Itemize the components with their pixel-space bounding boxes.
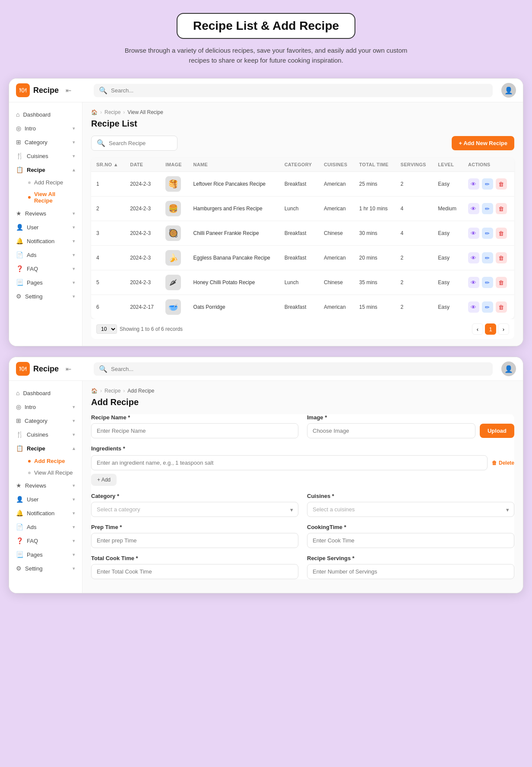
delete-ingredient-button[interactable]: 🗑 Delete: [492, 460, 514, 466]
app-body-2: ⌂ Dashboard ◎ Intro ▾ ⊞ Category ▾ 🍴 Cui…: [9, 381, 523, 593]
sidebar-item-view-all-recipe-2[interactable]: View All Recipe: [21, 467, 82, 479]
category-select-wrapper: Select a category Breakfast Lunch Dinner: [91, 502, 298, 517]
prep-time-label: Prep Time *: [91, 524, 298, 530]
chevron-down-icon-cui2: ▾: [73, 432, 75, 437]
cell-name: Hamburgers and Fries Recipe: [188, 197, 279, 221]
sidebar-item-category-1[interactable]: ⊞ Category ▾: [9, 135, 82, 149]
ingredient-input-1[interactable]: [91, 455, 488, 470]
sidebar-item-setting-2[interactable]: ⚙ Setting ▾: [9, 561, 82, 575]
sidebar-item-notification-1[interactable]: 🔔 Notification ▾: [9, 234, 82, 248]
nav-collapse-btn-1[interactable]: ⇤: [66, 86, 71, 95]
upload-button[interactable]: Upload: [480, 424, 514, 438]
add-ingredient-button[interactable]: + Add: [91, 474, 117, 486]
chevron-down-icon-ads2: ▾: [73, 524, 75, 530]
sidebar-item-user-1[interactable]: 👤 User ▾: [9, 220, 82, 234]
home-icon-1: ⌂: [16, 111, 19, 118]
sidebar-item-pages-2[interactable]: 📃 Pages ▾: [9, 548, 82, 561]
breadcrumb-recipe-2: Recipe: [104, 388, 120, 394]
page-subtitle: Browse through a variety of delicious re…: [115, 46, 417, 65]
category-select[interactable]: Select a category Breakfast Lunch Dinner: [91, 502, 298, 517]
next-page-button[interactable]: ›: [498, 323, 509, 335]
cell-category: Breakfast: [279, 221, 319, 246]
sidebar-item-faq-1[interactable]: ❓ FAQ ▾: [9, 262, 82, 276]
sidebar-item-ads-1[interactable]: 📄 Ads ▾: [9, 248, 82, 262]
sidebar-item-pages-1[interactable]: 📃 Pages ▾: [9, 276, 82, 289]
sidebar-item-category-2[interactable]: ⊞ Category ▾: [9, 414, 82, 428]
dot-icon-view-2: [28, 472, 31, 474]
recipe-thumbnail: 🥞: [165, 176, 181, 192]
delete-recipe-button[interactable]: 🗑: [496, 203, 507, 214]
col-image: IMAGE: [160, 158, 188, 172]
breadcrumb-sep-4: ›: [123, 388, 125, 394]
sidebar-item-recipe-1[interactable]: 📋 Recipe ▴: [9, 163, 82, 177]
sidebar-item-faq-2[interactable]: ❓ FAQ ▾: [9, 534, 82, 548]
chevron-down-icon-notif: ▾: [73, 238, 75, 244]
view-recipe-button[interactable]: 👁: [468, 228, 479, 239]
per-page-select[interactable]: 10 25 50: [96, 324, 117, 334]
sidebar-item-notification-2[interactable]: 🔔 Notification ▾: [9, 506, 82, 520]
search-recipe-input[interactable]: [109, 140, 172, 146]
edit-recipe-button[interactable]: ✏: [482, 277, 493, 288]
cell-actions: 👁 ✏ 🗑: [463, 270, 514, 295]
delete-recipe-button[interactable]: 🗑: [496, 277, 507, 288]
user-avatar-1[interactable]: 👤: [501, 83, 516, 98]
sidebar-item-view-all-recipe-1[interactable]: View All Recipe: [21, 188, 82, 206]
sidebar-item-dashboard-1[interactable]: ⌂ Dashboard: [9, 108, 82, 121]
user-avatar-2[interactable]: 👤: [501, 361, 516, 376]
recipe-search-box[interactable]: 🔍: [91, 136, 177, 151]
cell-level: Medium: [433, 197, 463, 221]
add-new-recipe-button[interactable]: + Add New Recipe: [452, 136, 514, 150]
navbar-search-input-2[interactable]: [111, 366, 488, 372]
cooking-time-input[interactable]: [307, 533, 514, 548]
per-page-selector[interactable]: 10 25 50 Showing 1 to 6 of 6 records: [96, 324, 183, 334]
edit-recipe-button[interactable]: ✏: [482, 203, 493, 214]
sidebar-item-reviews-2[interactable]: ★ Reviews ▾: [9, 479, 82, 492]
sidebar-label-ads-2: Ads: [27, 524, 69, 530]
form-group-servings: Recipe Servings *: [307, 555, 514, 579]
delete-recipe-button[interactable]: 🗑: [496, 252, 507, 263]
delete-recipe-button[interactable]: 🗑: [496, 228, 507, 239]
prev-page-button[interactable]: ‹: [472, 323, 483, 335]
cell-date: 2024-2-3: [125, 197, 160, 221]
sidebar-item-add-recipe-2[interactable]: Add Recipe: [21, 455, 82, 467]
delete-recipe-button[interactable]: 🗑: [496, 178, 507, 190]
sidebar-item-user-2[interactable]: 👤 User ▾: [9, 492, 82, 506]
view-recipe-button[interactable]: 👁: [468, 178, 479, 190]
delete-recipe-button[interactable]: 🗑: [496, 301, 507, 313]
image-input[interactable]: [307, 423, 475, 438]
sidebar-label-category-1: Category: [25, 139, 69, 146]
sidebar-item-recipe-2[interactable]: 📋 Recipe ▴: [9, 441, 82, 455]
navbar-search-2[interactable]: 🔍: [94, 362, 493, 376]
total-cook-input[interactable]: [91, 564, 298, 579]
view-recipe-button[interactable]: 👁: [468, 301, 479, 313]
cell-srno: 6: [91, 295, 125, 320]
home-icon-2: ⌂: [16, 390, 19, 396]
servings-input[interactable]: [307, 564, 514, 579]
edit-recipe-button[interactable]: ✏: [482, 228, 493, 239]
sidebar-item-add-recipe-1[interactable]: Add Recipe: [21, 177, 82, 188]
edit-recipe-button[interactable]: ✏: [482, 178, 493, 190]
sidebar-item-intro-2[interactable]: ◎ Intro ▾: [9, 400, 82, 414]
sidebar-item-intro-1[interactable]: ◎ Intro ▾: [9, 121, 82, 135]
sidebar-item-reviews-1[interactable]: ★ Reviews ▾: [9, 206, 82, 220]
sidebar-item-dashboard-2[interactable]: ⌂ Dashboard: [9, 386, 82, 400]
breadcrumb-2: 🏠 › Recipe › Add Recipe: [91, 388, 514, 394]
sidebar-item-ads-2[interactable]: 📄 Ads ▾: [9, 520, 82, 534]
section-title-2: Add Recipe: [91, 397, 514, 407]
navbar-search-1[interactable]: 🔍: [94, 84, 493, 97]
sidebar-item-setting-1[interactable]: ⚙ Setting ▾: [9, 289, 82, 303]
edit-recipe-button[interactable]: ✏: [482, 252, 493, 263]
nav-collapse-btn-2[interactable]: ⇤: [66, 365, 71, 373]
prep-time-input[interactable]: [91, 533, 298, 548]
view-recipe-button[interactable]: 👁: [468, 277, 479, 288]
sidebar-item-cuisines-2[interactable]: 🍴 Cuisines ▾: [9, 428, 82, 441]
page-1-button[interactable]: 1: [485, 323, 496, 335]
cell-servings: 4: [396, 221, 433, 246]
view-recipe-button[interactable]: 👁: [468, 203, 479, 214]
view-recipe-button[interactable]: 👁: [468, 252, 479, 263]
cuisines-select[interactable]: Select a cuisines American Chinese: [307, 502, 514, 517]
recipe-name-input[interactable]: [91, 423, 298, 438]
navbar-search-input-1[interactable]: [111, 87, 488, 94]
edit-recipe-button[interactable]: ✏: [482, 301, 493, 313]
sidebar-item-cuisines-1[interactable]: 🍴 Cuisines ▾: [9, 149, 82, 163]
